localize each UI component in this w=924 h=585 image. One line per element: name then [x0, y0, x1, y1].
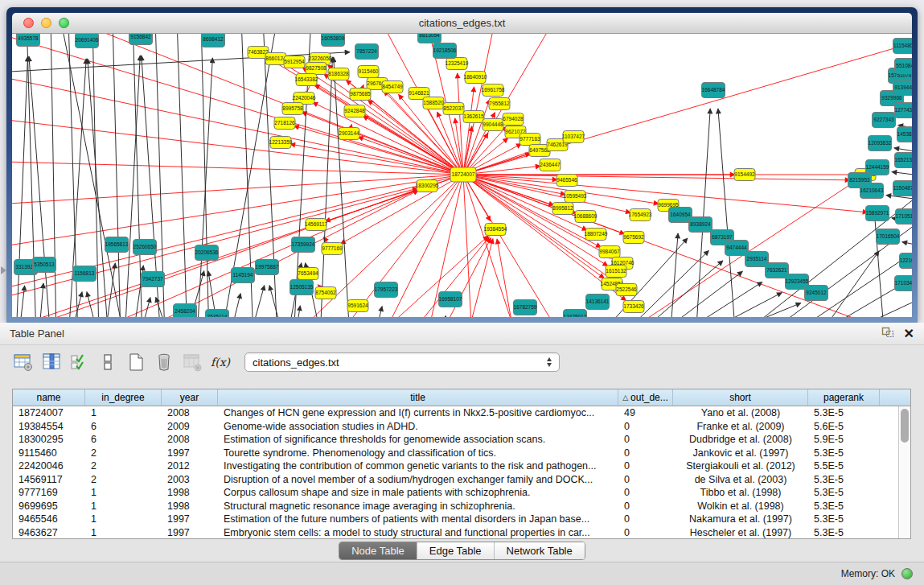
- table-cell[interactable]: Stergiakouli et al. (2012): [673, 459, 808, 473]
- table-cell[interactable]: 1: [85, 513, 162, 526]
- table-cell[interactable]: 2009: [162, 420, 218, 434]
- graph-edge[interactable]: [12, 188, 417, 299]
- table-cell[interactable]: 2: [85, 447, 162, 460]
- network-window[interactable]: citations_edges.txt 74638228660124591295…: [6, 7, 918, 323]
- table-cell[interactable]: Hescheler et al. (1997): [673, 526, 808, 539]
- column-select-button[interactable]: [68, 350, 92, 374]
- table-cell[interactable]: Franke et al. (2009): [673, 420, 808, 434]
- table-cell[interactable]: 0: [618, 500, 673, 513]
- table-cell[interactable]: 5.3E-5: [808, 473, 880, 487]
- graph-edge[interactable]: [334, 57, 350, 317]
- graph-edge[interactable]: [672, 282, 762, 317]
- graph-edge[interactable]: [29, 56, 51, 317]
- table-cell[interactable]: 9777169: [13, 486, 85, 500]
- graph-edge[interactable]: [463, 175, 816, 317]
- graph-edge[interactable]: [313, 102, 463, 175]
- graph-edge[interactable]: [28, 189, 418, 317]
- table-cell[interactable]: Structural magnetic resonance image aver…: [218, 500, 618, 513]
- table-row[interactable]: 2242004622012Investigating the contribut…: [13, 459, 898, 473]
- table-cell[interactable]: 1997: [162, 513, 218, 526]
- minimize-traffic-light-icon[interactable]: [41, 18, 51, 28]
- panel-toggle-arrow[interactable]: [1, 266, 6, 274]
- table-cell[interactable]: 2: [85, 459, 162, 473]
- table-cell[interactable]: 14569117: [13, 473, 85, 487]
- table-cell[interactable]: 9699695: [13, 500, 85, 513]
- graph-edge[interactable]: [374, 307, 382, 317]
- table-row[interactable]: 911546021997Tourette syndrome. Phenomeno…: [13, 447, 898, 460]
- memory-ok-indicator[interactable]: [901, 568, 913, 579]
- graph-edge[interactable]: [497, 239, 515, 317]
- table-row[interactable]: 977716911998Corpus callosum shape and si…: [13, 486, 898, 500]
- column-header-out_de[interactable]: △out_de...: [618, 389, 673, 406]
- graph-edge[interactable]: [12, 175, 463, 275]
- table-cell[interactable]: Estimation of significance thresholds fo…: [218, 433, 618, 447]
- scrollbar-thumb[interactable]: [901, 409, 909, 443]
- function-builder-button[interactable]: f(x): [208, 356, 232, 369]
- tab-network-table[interactable]: Network Table: [494, 542, 585, 559]
- table-cell[interactable]: 18724007: [13, 406, 85, 420]
- graph-edge[interactable]: [718, 109, 736, 317]
- create-column-button[interactable]: [124, 350, 148, 374]
- table-cell[interactable]: 2012: [162, 459, 218, 473]
- graph-edge[interactable]: [201, 34, 209, 317]
- table-cell[interactable]: 0: [618, 420, 673, 434]
- graph-edge[interactable]: [294, 126, 463, 175]
- graph-edge[interactable]: [463, 175, 912, 317]
- table-cell[interactable]: 9465546: [13, 513, 85, 526]
- table-cell[interactable]: 5.3E-5: [808, 526, 880, 539]
- table-cell[interactable]: Tibbo et al. (1998): [673, 486, 808, 500]
- table-cell[interactable]: 1997: [162, 447, 218, 460]
- table-cell[interactable]: Wolkin et al. (1998): [673, 500, 808, 513]
- graph-edge[interactable]: [320, 57, 332, 317]
- graph-edge[interactable]: [295, 306, 300, 317]
- graph-edge[interactable]: [760, 203, 912, 317]
- graph-edge[interactable]: [12, 130, 463, 175]
- table-cell[interactable]: 5.3E-5: [808, 406, 880, 420]
- graph-edge[interactable]: [269, 286, 284, 317]
- table-cell[interactable]: 49: [618, 406, 673, 420]
- column-header-in_degree[interactable]: in_degree: [85, 389, 162, 406]
- network-table-select[interactable]: citations_edges.txt: [244, 352, 560, 372]
- table-cell[interactable]: 1998: [162, 500, 218, 513]
- close-traffic-light-icon[interactable]: [23, 18, 34, 28]
- network-canvas[interactable]: 7463822866012459129542322605898275081654…: [12, 34, 912, 317]
- table-cell[interactable]: Nakamura et al. (1997): [673, 513, 808, 526]
- table-cell[interactable]: 0: [618, 513, 673, 526]
- table-cell[interactable]: 5.3E-5: [808, 500, 880, 513]
- graph-edge[interactable]: [12, 34, 463, 175]
- table-cell[interactable]: 0: [618, 459, 673, 473]
- graph-edge[interactable]: [874, 209, 885, 317]
- row-options-button[interactable]: [96, 350, 120, 374]
- graph-edge[interactable]: [12, 34, 463, 175]
- table-row[interactable]: 969969511998Structural magnetic resonanc…: [13, 500, 898, 513]
- graph-edge[interactable]: [16, 56, 28, 317]
- zoom-traffic-light-icon[interactable]: [59, 18, 69, 28]
- graph-edge[interactable]: [197, 58, 212, 317]
- table-cell[interactable]: 5.3E-5: [808, 447, 880, 460]
- table-cell[interactable]: 0: [618, 486, 673, 500]
- float-window-icon[interactable]: [881, 327, 894, 340]
- table-cell[interactable]: 1998: [162, 486, 218, 500]
- graph-edge[interactable]: [12, 34, 463, 175]
- graph-edge[interactable]: [229, 294, 240, 317]
- graph-edge[interactable]: [816, 251, 879, 317]
- table-row[interactable]: 946554611997Estimation of the future num…: [13, 513, 898, 526]
- column-header-name[interactable]: name: [13, 389, 85, 406]
- table-cell[interactable]: 5.3E-5: [808, 513, 880, 526]
- graph-edge[interactable]: [632, 261, 723, 317]
- table-cell[interactable]: Changes of HCN gene expression and I(f) …: [218, 406, 618, 420]
- table-row[interactable]: 1456911722003Disruption of a novel membe…: [13, 473, 898, 487]
- table-cell[interactable]: Tourette syndrome. Phenomenology and cla…: [218, 447, 618, 460]
- table-cell[interactable]: 5.3E-5: [808, 486, 880, 500]
- table-cell[interactable]: 5.6E-5: [808, 420, 880, 434]
- table-row[interactable]: 946362711997Embryonic stem cells: a mode…: [13, 526, 898, 539]
- table-cell[interactable]: 18300295: [13, 433, 85, 447]
- graph-edge[interactable]: [463, 175, 850, 180]
- table-cell[interactable]: 5.5E-5: [808, 459, 880, 473]
- table-row[interactable]: 1830029562008Estimation of significance …: [13, 433, 898, 447]
- table-cell[interactable]: 0: [618, 433, 673, 447]
- table-cell[interactable]: Genome-wide association studies in ADHD.: [218, 420, 618, 434]
- graph-edge[interactable]: [892, 172, 912, 179]
- table-cell[interactable]: 0: [618, 447, 673, 460]
- table-cell[interactable]: Jankovic et al. (1997): [673, 447, 808, 460]
